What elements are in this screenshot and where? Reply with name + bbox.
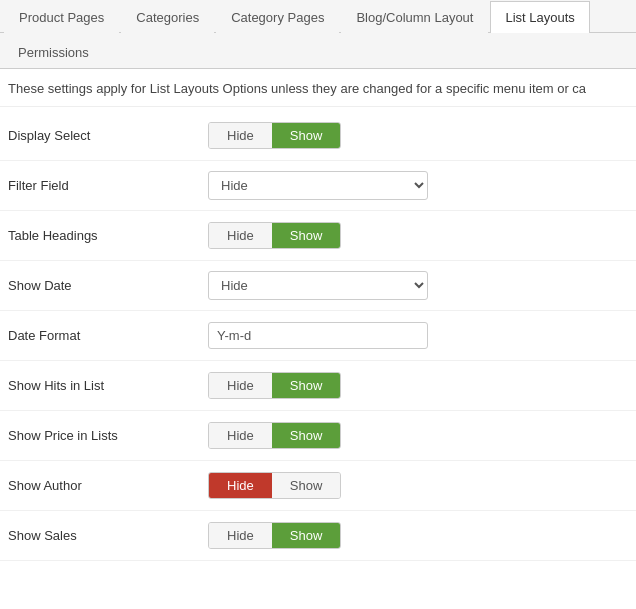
settings-control-show-author: HideShow — [208, 472, 628, 499]
settings-control-show-date: HideShow — [208, 271, 628, 300]
settings-row: Show Price in ListsHideShow — [0, 411, 636, 461]
show-button[interactable]: Show — [272, 473, 341, 498]
settings-label-table-headings: Table Headings — [8, 228, 208, 243]
show-button[interactable]: Show — [272, 123, 341, 148]
hide-button[interactable]: Hide — [209, 223, 272, 248]
tab-blog-column-layout[interactable]: Blog/Column Layout — [341, 1, 488, 33]
second-tabs: Permissions — [0, 33, 636, 69]
show-button[interactable]: Show — [272, 523, 341, 548]
settings-row: Show Hits in ListHideShow — [0, 361, 636, 411]
hide-button[interactable]: Hide — [209, 523, 272, 548]
tab-category-pages[interactable]: Category Pages — [216, 1, 339, 33]
toggle-group: HideShow — [208, 472, 341, 499]
settings-label-date-format: Date Format — [8, 328, 208, 343]
settings-row: Table HeadingsHideShow — [0, 211, 636, 261]
tab-permissions[interactable]: Permissions — [4, 37, 103, 68]
settings-row: Date Format — [0, 311, 636, 361]
hide-button[interactable]: Hide — [209, 123, 272, 148]
settings-row: Display SelectHideShow — [0, 111, 636, 161]
tab-list-layouts[interactable]: List Layouts — [490, 1, 589, 33]
settings-row: Show DateHideShow — [0, 261, 636, 311]
toggle-group: HideShow — [208, 122, 341, 149]
toggle-group: HideShow — [208, 222, 341, 249]
settings-label-show-price-in-lists: Show Price in Lists — [8, 428, 208, 443]
settings-control-show-price-in-lists: HideShow — [208, 422, 628, 449]
settings-label-show-author: Show Author — [8, 478, 208, 493]
dropdown-select[interactable]: HideShow — [208, 171, 428, 200]
settings-label-show-sales: Show Sales — [8, 528, 208, 543]
settings-control-table-headings: HideShow — [208, 222, 628, 249]
settings-control-date-format — [208, 322, 628, 349]
settings-control-display-select: HideShow — [208, 122, 628, 149]
dropdown-select[interactable]: HideShow — [208, 271, 428, 300]
settings-label-show-date: Show Date — [8, 278, 208, 293]
settings-table: Display SelectHideShowFilter FieldHideSh… — [0, 107, 636, 565]
settings-control-show-hits-in-list: HideShow — [208, 372, 628, 399]
tab-categories[interactable]: Categories — [121, 1, 214, 33]
settings-control-filter-field: HideShow — [208, 171, 628, 200]
show-button[interactable]: Show — [272, 223, 341, 248]
hide-button[interactable]: Hide — [209, 373, 272, 398]
settings-label-filter-field: Filter Field — [8, 178, 208, 193]
settings-row: Filter FieldHideShow — [0, 161, 636, 211]
toggle-group: HideShow — [208, 422, 341, 449]
hide-button[interactable]: Hide — [209, 473, 272, 498]
description-text: These settings apply for List Layouts Op… — [0, 69, 636, 107]
settings-row: Show AuthorHideShow — [0, 461, 636, 511]
main-tabs: Product Pages Categories Category Pages … — [0, 0, 636, 33]
show-button[interactable]: Show — [272, 423, 341, 448]
settings-label-show-hits-in-list: Show Hits in List — [8, 378, 208, 393]
toggle-group: HideShow — [208, 372, 341, 399]
settings-row: Show SalesHideShow — [0, 511, 636, 561]
hide-button[interactable]: Hide — [209, 423, 272, 448]
text-input[interactable] — [208, 322, 428, 349]
settings-label-display-select: Display Select — [8, 128, 208, 143]
settings-control-show-sales: HideShow — [208, 522, 628, 549]
tab-product-pages[interactable]: Product Pages — [4, 1, 119, 33]
toggle-group: HideShow — [208, 522, 341, 549]
show-button[interactable]: Show — [272, 373, 341, 398]
